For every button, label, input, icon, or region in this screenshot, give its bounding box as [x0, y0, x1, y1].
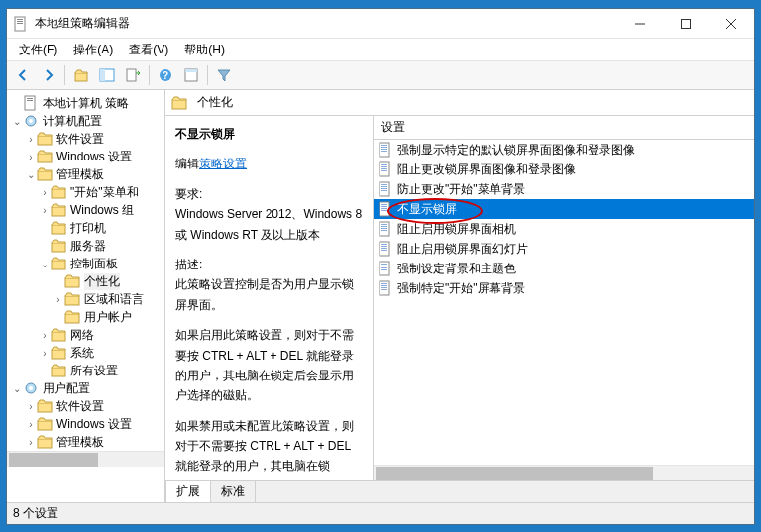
- folder-icon: [64, 291, 80, 307]
- svg-rect-26: [52, 225, 65, 234]
- menu-file[interactable]: 文件(F): [13, 40, 63, 60]
- svg-rect-50: [381, 170, 387, 171]
- tree-label: 网络: [70, 327, 94, 344]
- window-title: 本地组策略编辑器: [35, 15, 617, 32]
- folder-icon: [51, 238, 66, 254]
- help-button[interactable]: ?: [154, 63, 177, 87]
- tree-twisty[interactable]: ›: [25, 437, 37, 448]
- menu-action[interactable]: 操作(A): [67, 40, 119, 60]
- tree-printer[interactable]: 打印机: [7, 219, 164, 237]
- tree-label: 所有设置: [70, 363, 118, 379]
- filter-button[interactable]: [212, 63, 236, 87]
- description-section: 描述: 此策略设置控制是否为用户显示锁屏界面。: [175, 255, 363, 315]
- tree-horizontal-scrollbar[interactable]: [7, 451, 164, 467]
- right-body: 不显示锁屏 编辑策略设置 要求: Windows Server 2012、Win…: [165, 116, 754, 480]
- status-text: 8 个设置: [13, 505, 58, 522]
- policy-item[interactable]: 强制设定背景和主题色: [374, 259, 754, 278]
- svg-rect-65: [381, 230, 387, 231]
- tree-admin-templates[interactable]: ⌄ 管理模板: [7, 165, 164, 183]
- tree-server[interactable]: 服务器: [7, 237, 164, 255]
- enable-text: 如果启用此策略设置，则对于不需要按 CTRL + ALT + DEL 就能登录的…: [175, 325, 363, 406]
- titlebar[interactable]: 本地组策略编辑器: [7, 9, 754, 39]
- svg-rect-43: [381, 147, 387, 148]
- tree-software-settings-2[interactable]: › 软件设置: [7, 397, 164, 415]
- tree-twisty[interactable]: ⌄: [39, 259, 51, 269]
- folder-icon: [171, 95, 187, 111]
- tree-control-panel[interactable]: ⌄ 控制面板: [7, 255, 164, 272]
- tree-twisty[interactable]: ›: [25, 134, 37, 145]
- tree-twisty[interactable]: ›: [39, 187, 51, 198]
- policy-item[interactable]: 防止更改"开始"菜单背景: [374, 179, 754, 199]
- tree-computer-config[interactable]: ⌄ 计算机配置: [7, 112, 164, 130]
- tree-twisty[interactable]: ›: [39, 205, 51, 216]
- settings-list-pane: 设置 强制显示特定的默认锁屏界面图像和登录图像 阻止更改锁屏界面图像和登录图像 …: [374, 116, 754, 480]
- policy-label: 阻止启用锁屏界面相机: [397, 221, 516, 238]
- menu-view[interactable]: 查看(V): [123, 40, 174, 60]
- menu-help[interactable]: 帮助(H): [178, 40, 231, 60]
- maximize-button[interactable]: [663, 9, 708, 39]
- svg-rect-3: [17, 23, 23, 24]
- policy-item[interactable]: 阻止更改锁屏界面图像和登录图像: [374, 160, 754, 179]
- tree-twisty[interactable]: ›: [39, 348, 51, 359]
- tree-personalization[interactable]: 个性化: [7, 272, 164, 290]
- tree-twisty[interactable]: ›: [53, 294, 64, 305]
- tree-twisty[interactable]: ⌄: [25, 169, 37, 180]
- policy-label: 强制显示特定的默认锁屏界面图像和登录图像: [397, 142, 635, 159]
- policy-item[interactable]: 强制显示特定的默认锁屏界面图像和登录图像: [374, 140, 754, 160]
- policy-icon: [378, 161, 393, 177]
- list-horizontal-scrollbar[interactable]: [374, 465, 754, 480]
- tree-software-settings[interactable]: › 软件设置: [7, 130, 164, 148]
- tree-twisty[interactable]: ⌄: [11, 383, 23, 394]
- export-button[interactable]: [121, 63, 145, 87]
- close-button[interactable]: [708, 9, 754, 39]
- policy-item[interactable]: 不显示锁屏: [374, 199, 754, 219]
- tab-extended[interactable]: 扩展: [165, 480, 211, 502]
- tree-pane[interactable]: 本地计算机 策略 ⌄ 计算机配置 › 软件设置 › Windows 设置 ⌄ 管…: [7, 90, 165, 502]
- tree-start-menu[interactable]: › "开始"菜单和: [7, 183, 164, 201]
- tab-standard[interactable]: 标准: [210, 480, 256, 502]
- edit-policy-link[interactable]: 策略设置: [199, 157, 247, 170]
- tree-network[interactable]: › 网络: [7, 326, 164, 344]
- tree-twisty[interactable]: ›: [25, 419, 37, 430]
- tree-twisty[interactable]: ›: [25, 401, 37, 412]
- tree-admin-templates-2[interactable]: › 管理模板: [7, 433, 164, 451]
- svg-rect-34: [52, 368, 65, 376]
- policy-item[interactable]: 阻止启用锁屏界面幻灯片: [374, 239, 754, 259]
- tree-user-config[interactable]: ⌄ 用户配置: [7, 379, 164, 397]
- tree-label: 管理模板: [56, 166, 104, 183]
- tree-region[interactable]: › 区域和语言: [7, 290, 164, 308]
- tree-user-accounts[interactable]: 用户帐户: [7, 308, 164, 326]
- toolbar-separator: [64, 65, 65, 85]
- content-area: 本地计算机 策略 ⌄ 计算机配置 › 软件设置 › Windows 设置 ⌄ 管…: [7, 90, 754, 502]
- tree-system[interactable]: › 系统: [7, 344, 164, 362]
- tree-root[interactable]: 本地计算机 策略: [7, 94, 164, 112]
- list-column-header[interactable]: 设置: [374, 116, 754, 140]
- tree-windows-settings-2[interactable]: › Windows 设置: [7, 415, 164, 433]
- forward-button[interactable]: [37, 63, 60, 87]
- svg-rect-68: [381, 246, 387, 247]
- tree-twisty[interactable]: ›: [25, 152, 37, 162]
- policy-item[interactable]: 强制特定"开始"屏幕背景: [374, 278, 754, 298]
- show-hide-tree-button[interactable]: [95, 63, 119, 87]
- minimize-button[interactable]: [617, 9, 663, 39]
- tree-label: Windows 设置: [56, 149, 132, 165]
- requirements-label: 要求:: [175, 184, 363, 204]
- settings-list[interactable]: 强制显示特定的默认锁屏界面图像和登录图像 阻止更改锁屏界面图像和登录图像 防止更…: [374, 140, 754, 465]
- tree-all-settings[interactable]: 所有设置: [7, 362, 164, 379]
- tree-twisty[interactable]: ⌄: [11, 116, 23, 127]
- policy-item[interactable]: 阻止启用锁屏界面相机: [374, 219, 754, 239]
- back-button[interactable]: [11, 63, 35, 87]
- tree-twisty[interactable]: ›: [39, 330, 51, 341]
- policy-icon: [378, 221, 393, 237]
- detail-title: 不显示锁屏: [175, 124, 363, 144]
- app-window: 本地组策略编辑器 文件(F) 操作(A) 查看(V) 帮助(H) ? 本地计算机…: [6, 8, 755, 525]
- properties-button[interactable]: [179, 63, 203, 87]
- tree-windows-components[interactable]: › Windows 组: [7, 201, 164, 219]
- svg-rect-62: [381, 224, 387, 225]
- tree-windows-settings[interactable]: › Windows 设置: [7, 148, 164, 165]
- up-button[interactable]: [69, 63, 93, 87]
- svg-rect-70: [381, 250, 387, 251]
- tree-label: 区域和语言: [84, 291, 144, 308]
- right-pane: 个性化 不显示锁屏 编辑策略设置 要求: Windows Server 2012…: [165, 90, 754, 502]
- svg-rect-28: [52, 261, 65, 269]
